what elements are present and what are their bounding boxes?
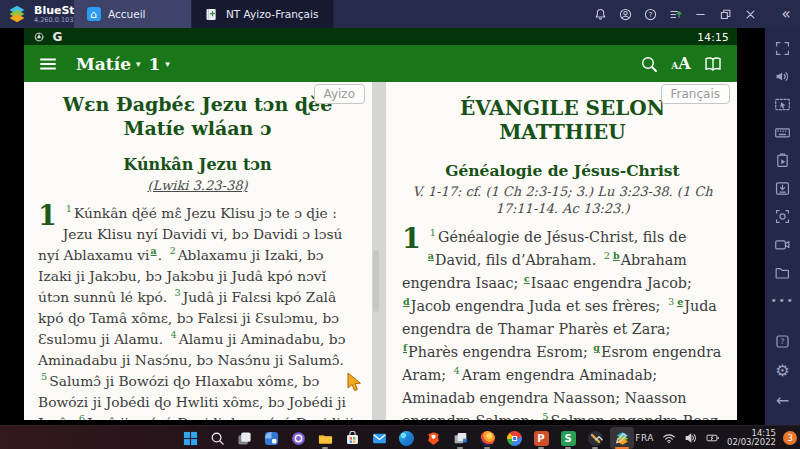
section-heading-francais: Généalogie de Jésus-Christ: [402, 161, 723, 180]
verse-text: .: [158, 247, 167, 263]
restore-icon[interactable]: [717, 6, 733, 22]
clock[interactable]: 14:15 02/03/2022: [727, 429, 776, 447]
green-s-app-icon[interactable]: S: [556, 427, 580, 449]
footnote-marker[interactable]: a: [428, 250, 434, 261]
widgets-icon[interactable]: [259, 427, 283, 449]
show-hidden-icons-icon[interactable]: [591, 431, 606, 446]
panel-francais[interactable]: Français ÉVANGILE SELON MATTHIEU Généalo…: [386, 82, 737, 420]
chevron-down-icon: ▾: [165, 59, 170, 69]
home-icon: ⌂: [86, 7, 101, 22]
collapse-icon[interactable]: «: [778, 6, 794, 22]
settings-icon[interactable]: ⚙: [771, 359, 795, 383]
game-controls-icon[interactable]: [771, 92, 795, 116]
menu-icon[interactable]: [36, 52, 60, 76]
chapter-selector[interactable]: 1 ▾: [149, 54, 170, 74]
start-icon[interactable]: [178, 427, 202, 449]
reading-area: Ayizo Wɛn Ɖagbéɛ Jezu tɔn ɖěé Matíe wláa…: [24, 82, 737, 420]
footnote-marker[interactable]: e: [677, 296, 683, 307]
windows-app-icon[interactable]: [448, 427, 472, 449]
verse-number[interactable]: 3: [668, 296, 674, 307]
fullscreen-icon[interactable]: [771, 36, 795, 60]
footnote-marker[interactable]: c: [524, 273, 530, 284]
verse-number[interactable]: 1: [66, 203, 72, 214]
footnote-marker[interactable]: f: [403, 342, 407, 353]
back-icon[interactable]: ←: [771, 389, 795, 413]
powerpoint-icon[interactable]: P: [529, 427, 553, 449]
reader-book-icon[interactable]: [701, 52, 725, 76]
browser-notification-icon: [32, 30, 45, 43]
verse-text-francais[interactable]: 11Généalogie de Jésus-Christ, fils de aD…: [402, 226, 723, 420]
chevron-down-icon: ▾: [136, 59, 141, 69]
media-manager-icon[interactable]: [771, 260, 795, 284]
task-search-icon[interactable]: [205, 427, 229, 449]
verse-number[interactable]: 3: [174, 287, 180, 298]
volume-icon[interactable]: [771, 64, 795, 88]
language-badge-francais[interactable]: Français: [661, 84, 730, 104]
keyboard-language[interactable]: FRA: [635, 433, 654, 443]
verse-text: David, fils d’Abraham.: [435, 252, 601, 268]
android-status-bar: G 14:15: [24, 28, 737, 45]
verse-number[interactable]: 4: [454, 365, 460, 376]
tab-nt-ayizo-francais[interactable]: NT Ayizo-Français: [192, 0, 334, 28]
tab-label: NT Ayizo-Français: [226, 8, 318, 20]
verse-number[interactable]: 6: [79, 413, 85, 420]
verse-number[interactable]: 4: [170, 329, 176, 340]
store-icon[interactable]: [340, 427, 364, 449]
account-icon[interactable]: [617, 6, 633, 22]
macro-recorder-icon[interactable]: [771, 148, 795, 172]
install-apk-icon[interactable]: [771, 176, 795, 200]
battery-icon[interactable]: [705, 431, 720, 446]
font-size-icon[interactable]: AA: [669, 52, 693, 76]
footnote-marker[interactable]: d: [403, 296, 410, 307]
bluestacks-logo-icon: [7, 3, 29, 25]
cross-reference-link-ayizo[interactable]: (Lwiki 3.23-38): [38, 177, 357, 194]
brave-icon[interactable]: [421, 427, 445, 449]
footnote-marker[interactable]: a: [150, 245, 156, 256]
taskbar-apps: PS: [178, 427, 634, 449]
promotions-icon[interactable]: [667, 6, 683, 22]
screenshot-icon[interactable]: [771, 204, 795, 228]
verse-number[interactable]: 1: [430, 227, 436, 238]
book-title-ayizo: Wɛn Ɖagbéɛ Jezu tɔn ɖěé Matíe wláan ɔ: [38, 92, 357, 140]
verse-number[interactable]: 5: [542, 411, 548, 420]
task-view-icon[interactable]: [232, 427, 256, 449]
footnote-marker[interactable]: b: [613, 250, 620, 261]
wifi-icon[interactable]: [661, 431, 676, 446]
screen-recorder-icon[interactable]: [771, 232, 795, 256]
google-notification-icon: G: [51, 30, 64, 43]
notification-count-badge[interactable]: 3: [783, 431, 797, 445]
language-badge-ayizo[interactable]: Ayizo: [314, 84, 365, 104]
pen-input-icon[interactable]: [613, 431, 628, 446]
verse-number[interactable]: 2: [169, 245, 175, 256]
scrollbar-thumb[interactable]: [373, 250, 379, 312]
verse-text-ayizo[interactable]: 11Kúnkân ɖěé mɛ̂ Jezu Klisu jɔ te ɔ ɖie …: [38, 203, 357, 420]
main-region: G 14:15 Matíe ▾ 1 ▾ AA Ay: [0, 28, 800, 425]
bible-book-icon: [204, 7, 219, 22]
sidebar-system: ?⚙←: [771, 329, 795, 413]
verse-number[interactable]: 2: [604, 250, 610, 261]
minimize-icon[interactable]: [692, 6, 708, 22]
sidebar-tools: •••: [771, 36, 795, 312]
search-icon[interactable]: [637, 52, 661, 76]
book-selector[interactable]: Matíe ▾: [76, 54, 141, 74]
chapter-selector-label: 1: [149, 54, 161, 74]
help-icon[interactable]: ?: [771, 329, 795, 353]
bluestacks-window: BlueStacks 4.260.0.1032 ⌂ Accueil NT Ayi…: [0, 0, 800, 449]
cortana-icon[interactable]: [286, 427, 310, 449]
volume-icon[interactable]: [683, 431, 698, 446]
close-icon[interactable]: [742, 6, 758, 22]
verse-number[interactable]: 5: [41, 371, 47, 382]
edge-icon[interactable]: [394, 427, 418, 449]
firefox-icon[interactable]: [475, 427, 499, 449]
keyboard-icon[interactable]: [771, 120, 795, 144]
cross-reference-francais[interactable]: V. 1-17: cf. (1 Ch 2:3-15; 3.) Lu 3:23-3…: [402, 183, 723, 217]
notifications-icon[interactable]: [592, 6, 608, 22]
more-options-icon[interactable]: •••: [771, 288, 795, 312]
mail-icon[interactable]: [367, 427, 391, 449]
panel-ayizo[interactable]: Ayizo Wɛn Ɖagbéɛ Jezu tɔn ɖěé Matíe wláa…: [24, 82, 372, 420]
help-circle-icon[interactable]: ?: [642, 6, 658, 22]
tab-accueil[interactable]: ⌂ Accueil: [74, 0, 192, 28]
file-explorer-icon[interactable]: [313, 427, 337, 449]
chrome-icon[interactable]: [502, 427, 526, 449]
footnote-marker[interactable]: g: [593, 342, 600, 353]
